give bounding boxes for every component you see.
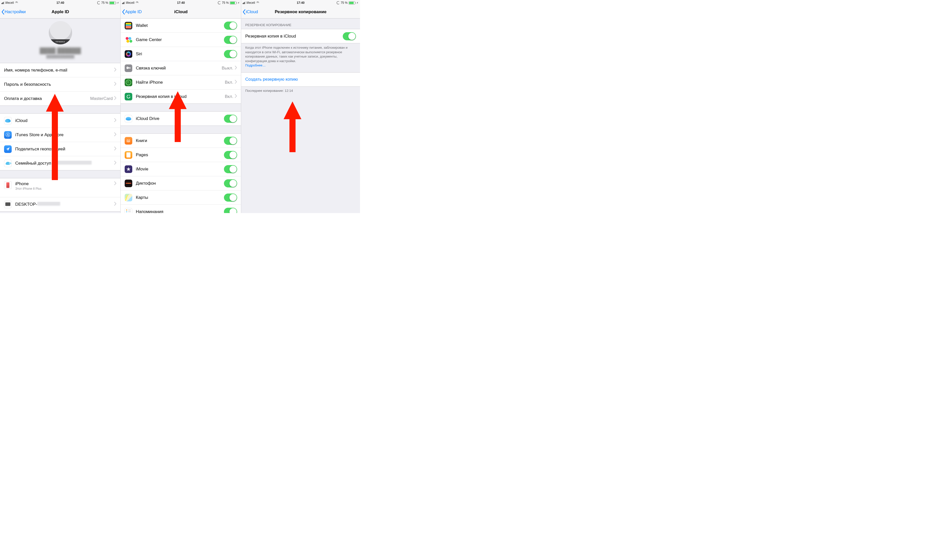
drive-group: iCloud Drive <box>120 111 241 126</box>
pages-icon <box>125 151 132 159</box>
avatar-edit-badge[interactable]: ПРАВКА <box>49 39 72 45</box>
battery-icon <box>230 1 236 5</box>
chevron-right-icon <box>114 202 117 207</box>
game-center-icon <box>125 36 132 44</box>
cell-books[interactable]: 📖︎ Книги <box>120 134 241 148</box>
location-icon <box>4 145 12 153</box>
cell-device-desktop[interactable]: DESKTOP- <box>0 197 120 211</box>
status-bar: lifecell 17:40 75 % ⚡︎ <box>0 0 120 6</box>
profile-name: ████ ██████ <box>40 48 81 54</box>
avatar[interactable]: ПРАВКА <box>49 21 72 45</box>
cell-itunes-appstore[interactable]: Ⓐ iTunes Store и App Store <box>0 128 120 142</box>
cell-payment-shipping[interactable]: Оплата и доставка MasterCard <box>0 92 120 106</box>
cell-maps[interactable]: Карты <box>120 191 241 205</box>
key-icon: 🔑︎ <box>125 65 132 72</box>
cell-keychain[interactable]: 🔑︎ Связка ключей Выкл. <box>120 61 241 75</box>
cell-device-iphone[interactable]: iPhone Этот iPhone 8 Plus <box>0 178 120 197</box>
toggle-switch[interactable] <box>224 115 237 123</box>
battery-pct: 75 % <box>222 1 229 5</box>
toggle-switch[interactable] <box>224 137 237 145</box>
screen-backup: lifecell 17:40 75 % ⚡︎ iCloud Резервное … <box>241 0 360 213</box>
nav-bar: iCloud Резервное копирование <box>241 6 360 18</box>
toggle-switch[interactable] <box>224 151 237 159</box>
back-button[interactable]: iCloud <box>241 9 258 15</box>
toggle-switch[interactable] <box>224 165 237 173</box>
apps-group-2: 📖︎ Книги Pages ★ iMovie Диктофон Карты Н… <box>120 134 241 213</box>
battery-icon <box>349 1 355 5</box>
cell-family-sharing[interactable]: Семейный доступ <box>0 156 120 170</box>
cell-icloud-backup[interactable]: Резервная копия в iCloud Вкл. <box>120 89 241 103</box>
back-label: Настройки <box>5 9 26 14</box>
toggle-switch[interactable] <box>224 194 237 202</box>
chevron-right-icon <box>114 96 117 101</box>
nav-title: Резервное копирование <box>275 9 327 14</box>
iphone-icon <box>4 182 12 189</box>
cell-pages[interactable]: Pages <box>120 148 241 162</box>
rotation-lock-icon <box>336 1 340 4</box>
rotation-lock-icon <box>218 1 221 4</box>
clock: 17:40 <box>177 1 185 5</box>
chevron-right-icon <box>114 82 117 87</box>
toggle-switch[interactable] <box>224 36 237 44</box>
signal-icon <box>2 2 4 4</box>
books-icon: 📖︎ <box>125 137 132 145</box>
wifi-icon <box>135 2 139 4</box>
maps-icon <box>125 194 132 202</box>
cell-share-location[interactable]: Поделиться геопозицией <box>0 142 120 156</box>
chevron-right-icon <box>114 118 117 123</box>
cell-siri[interactable]: Siri <box>120 47 241 61</box>
apps-group-1: Wallet Game Center Siri 🔑︎ Связка ключей… <box>120 18 241 104</box>
cell-wallet[interactable]: Wallet <box>120 18 241 33</box>
back-button[interactable]: Apple ID <box>120 9 142 15</box>
cell-reminders[interactable]: Напоминания <box>120 205 241 213</box>
appstore-icon: Ⓐ <box>4 131 12 139</box>
battery-pct: 75 % <box>101 1 108 5</box>
nav-title: iCloud <box>174 9 188 14</box>
signal-icon <box>122 2 125 4</box>
family-icon <box>4 160 12 167</box>
back-label: iCloud <box>246 9 258 14</box>
learn-more-link[interactable]: Подробнее… <box>245 63 265 67</box>
carrier-label: lifecell <box>247 1 255 5</box>
status-bar: lifecell 17:40 75 % ⚡︎ <box>241 0 360 6</box>
cell-icloud-backup-toggle[interactable]: Резервная копия в iCloud <box>241 29 360 43</box>
profile-header: ПРАВКА ████ ██████ ████████████ <box>0 18 120 63</box>
battery-pct: 75 % <box>341 1 347 5</box>
cell-name-phone-email[interactable]: Имя, номера телефонов, e-mail <box>0 63 120 77</box>
redacted-text <box>37 202 60 206</box>
screen-apple-id: lifecell 17:40 75 % ⚡︎ Настройки Apple I… <box>0 0 120 213</box>
cell-voice-memos[interactable]: Диктофон <box>120 176 241 191</box>
icloud-icon <box>4 117 12 125</box>
toggle-switch[interactable] <box>224 208 237 213</box>
charging-icon: ⚡︎ <box>117 1 119 5</box>
toggle-switch[interactable] <box>224 22 237 30</box>
cell-icloud[interactable]: iCloud <box>0 114 120 128</box>
toggle-switch[interactable] <box>224 50 237 58</box>
nav-bar: Настройки Apple ID <box>0 6 120 18</box>
toggle-switch[interactable] <box>343 32 356 40</box>
profile-email: ████████████ <box>46 55 74 58</box>
backup-toggle-group: Резервная копия в iCloud <box>241 29 360 43</box>
last-backup-footer: Последнее копирование: 12:14 <box>241 87 360 95</box>
chevron-left-icon <box>1 9 5 15</box>
chevron-left-icon <box>122 9 125 15</box>
cell-backup-now[interactable]: Создать резервную копию <box>241 72 360 86</box>
nav-bar: Apple ID iCloud <box>120 6 241 18</box>
cell-imovie[interactable]: ★ iMovie <box>120 162 241 176</box>
back-button[interactable]: Настройки <box>0 9 26 15</box>
clock: 17:40 <box>297 1 305 5</box>
chevron-right-icon <box>114 146 117 151</box>
toggle-switch[interactable] <box>224 179 237 188</box>
find-iphone-icon <box>125 78 132 86</box>
cell-password-security[interactable]: Пароль и безопасность <box>0 77 120 92</box>
cell-icloud-drive[interactable]: iCloud Drive <box>120 112 241 126</box>
wifi-icon <box>15 2 18 4</box>
reminders-icon <box>125 208 132 213</box>
cell-find-iphone[interactable]: Найти iPhone Вкл. <box>120 75 241 89</box>
wifi-icon <box>256 2 259 4</box>
voice-memos-icon <box>125 180 132 187</box>
back-label: Apple ID <box>125 9 142 14</box>
cell-game-center[interactable]: Game Center <box>120 33 241 47</box>
account-group: Имя, номера телефонов, e-mail Пароль и б… <box>0 63 120 106</box>
carrier-label: lifecell <box>126 1 134 5</box>
